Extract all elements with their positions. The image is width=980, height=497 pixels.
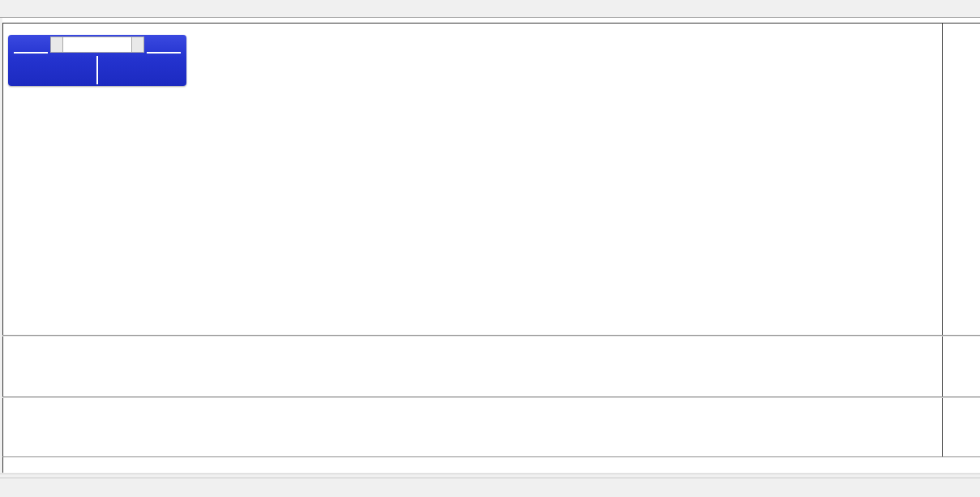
sell-price[interactable]: [10, 54, 96, 84]
volume-stepper: [50, 36, 144, 53]
buy-price[interactable]: [99, 54, 185, 84]
plot-border-top: [2, 23, 980, 24]
volume-increase-button[interactable]: [131, 36, 144, 53]
macd-pane-separator-hl: [2, 336, 980, 336]
timeframe-toolbar: [0, 0, 980, 18]
volume-decrease-button[interactable]: [50, 36, 63, 53]
price-divider: [96, 56, 98, 84]
plot-border-left: [2, 23, 3, 473]
rsi-pane-separator-hl: [2, 397, 980, 398]
buy-underline: [147, 52, 181, 54]
volume-input[interactable]: [63, 36, 131, 53]
price-axis-separator: [942, 23, 943, 456]
sell-underline: [14, 52, 48, 54]
date-axis-separator: [2, 456, 980, 457]
symbol-tab-bar: [0, 478, 980, 494]
trade-panel-top-row: [8, 35, 186, 54]
one-click-trading-panel: [8, 35, 186, 86]
chart-title: [11, 24, 31, 36]
